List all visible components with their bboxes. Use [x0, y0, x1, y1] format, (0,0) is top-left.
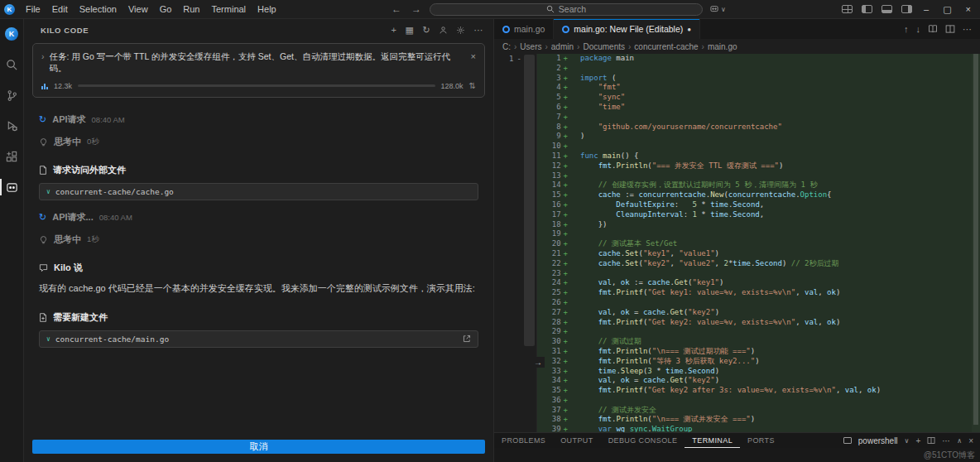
menu-item-edit[interactable]: Edit: [46, 0, 74, 18]
timeline-thinking[interactable]: 思考中0秒: [39, 136, 478, 148]
diff-added-marker: +: [564, 327, 568, 337]
panel-tab-terminal[interactable]: TERMINAL: [685, 433, 740, 448]
diff-added-marker: +: [564, 406, 568, 416]
forward-icon[interactable]: →: [410, 3, 423, 15]
chevron-down-icon[interactable]: ∨: [905, 437, 910, 445]
code-line: 22+ cache.Set("key2", "value2", 2*time.S…: [537, 259, 980, 269]
chevron-right-icon: ›: [545, 42, 547, 51]
panel-tab-ports[interactable]: PORTS: [740, 433, 782, 448]
line-number: 11+: [537, 152, 575, 161]
marketplace-icon[interactable]: ▦: [406, 25, 415, 36]
maximize-icon[interactable]: ▢: [940, 4, 954, 15]
diff-added-marker: +: [564, 259, 568, 269]
panel-more-icon[interactable]: ⋯: [942, 436, 950, 445]
prev-change-icon[interactable]: ↑: [904, 24, 909, 34]
menu-item-terminal[interactable]: Terminal: [206, 0, 252, 18]
breadcrumb-item[interactable]: concurrent-cache: [634, 42, 698, 51]
minimap-slider[interactable]: [524, 55, 535, 346]
close-icon[interactable]: ×: [963, 4, 973, 14]
code-line: 4+ "fmt": [537, 83, 980, 93]
menu-item-run[interactable]: Run: [177, 0, 205, 18]
more-actions-icon[interactable]: ⋯: [963, 24, 972, 35]
diff-added-marker: +: [564, 220, 568, 230]
menu-item-help[interactable]: Help: [252, 0, 282, 18]
shell-label[interactable]: powershell: [858, 436, 898, 445]
close-panel-icon[interactable]: ×: [968, 436, 973, 445]
watermark: @51CTO博客: [924, 450, 975, 461]
code-text: fmt.Println("=== 并发安全 TTL 缓存测试 ==="): [575, 161, 783, 171]
activity-kilo-code[interactable]: [0, 178, 23, 196]
maximize-panel-icon[interactable]: ∧: [957, 437, 962, 445]
code-line: 28+ fmt.Printf("Get key2: value=%v, exis…: [537, 318, 980, 328]
timeline-thinking[interactable]: 思考中1秒: [39, 233, 478, 246]
breadcrumb-item[interactable]: Users: [520, 42, 541, 51]
context-progress-bar[interactable]: [78, 84, 435, 87]
split-terminal-icon[interactable]: [927, 436, 935, 445]
command-search-box[interactable]: Search: [430, 3, 703, 16]
line-number: 20+: [537, 239, 575, 249]
editor-tab[interactable]: main.go: [494, 19, 554, 39]
activity-search[interactable]: [0, 55, 23, 74]
new-terminal-icon[interactable]: +: [915, 436, 920, 445]
diff-next-change-icon[interactable]: →: [531, 357, 545, 368]
code-text: val, ok = cache.Get("key2"): [575, 308, 719, 318]
code-text: package main: [575, 54, 634, 64]
toggle-panel-icon[interactable]: [882, 5, 892, 13]
task-card[interactable]: › 任务: 用 Go 写一个带 TTL 的并发安全缓存组件，支持 Set、Get…: [32, 43, 485, 98]
open-preview-icon[interactable]: [928, 24, 938, 34]
menu-item-view[interactable]: View: [122, 0, 154, 18]
code-line: 27+ val, ok = cache.Get("key2"): [537, 308, 980, 318]
back-icon[interactable]: ←: [390, 3, 403, 15]
profile-icon[interactable]: [439, 26, 448, 35]
activity-source-control[interactable]: [0, 86, 23, 104]
breadcrumb-item[interactable]: admin: [551, 42, 574, 51]
timeline-api-request[interactable]: ↻API请求08:40 AM: [39, 113, 478, 126]
copilot-menu-icon[interactable]: ∨: [709, 4, 726, 14]
line-number: 27+: [537, 308, 575, 318]
scrollbar-thumb[interactable]: [973, 54, 978, 425]
file-path-box[interactable]: ∨concurrent-cache/cache.go: [39, 183, 478, 200]
customize-layout-icon[interactable]: [842, 5, 853, 13]
toggle-secondary-sidebar-icon[interactable]: [901, 5, 912, 13]
breadcrumb-item[interactable]: Documents: [583, 42, 625, 51]
chevron-right-icon[interactable]: ›: [41, 51, 45, 74]
kilo-code-icon: [6, 181, 18, 194]
editor-tab[interactable]: main.go: New File (Editable)●: [554, 19, 700, 39]
cancel-button[interactable]: 取消: [32, 440, 485, 454]
breadcrumb-item[interactable]: C:: [502, 42, 511, 51]
next-change-icon[interactable]: ↓: [916, 24, 921, 34]
task-close-icon[interactable]: ×: [471, 51, 476, 74]
split-editor-icon[interactable]: [945, 24, 955, 34]
file-path-box[interactable]: ∨concurrent-cache/main.go: [39, 330, 478, 348]
panel-tab-problems[interactable]: PROBLEMS: [494, 433, 553, 448]
file-path: concurrent-cache/cache.go: [55, 187, 174, 196]
menu-item-file[interactable]: File: [20, 0, 46, 18]
settings-icon[interactable]: [456, 26, 465, 35]
panel-tab-debug-console[interactable]: DEBUG CONSOLE: [601, 433, 685, 448]
thinking-label: 思考中: [54, 136, 81, 148]
panel-tab-output[interactable]: OUTPUT: [553, 433, 600, 448]
timeline-api-request[interactable]: ↻API请求...08:40 AM: [39, 211, 478, 224]
diff-added-marker: +: [564, 396, 568, 406]
diff-added-marker: +: [564, 308, 568, 318]
breadcrumb-item[interactable]: main.go: [708, 42, 737, 51]
code-line: 12+ fmt.Println("=== 并发安全 TTL 缓存测试 ==="): [537, 161, 980, 171]
toggle-sidebar-icon[interactable]: [862, 5, 872, 13]
activity-extensions[interactable]: [0, 147, 23, 166]
more-actions-icon[interactable]: ⋯: [473, 25, 483, 36]
diff-added-marker: +: [564, 288, 568, 298]
external-link-icon[interactable]: [463, 334, 471, 343]
menu-item-selection[interactable]: Selection: [74, 0, 122, 18]
code-line: 38+ fmt.Println("\n=== 测试并发安全 ==="): [537, 415, 980, 425]
code-line: 17+ CleanupInterval: 1 * time.Second,: [537, 210, 980, 220]
diff-modified-pane[interactable]: 1+package main2+3+import (4+ "fmt"5+ "sy…: [537, 54, 980, 432]
new-task-icon[interactable]: +: [392, 25, 397, 35]
minimize-icon[interactable]: –: [921, 4, 931, 14]
line-number: 12+: [537, 161, 575, 171]
activity-run-debug[interactable]: [0, 117, 23, 135]
diff-original-pane[interactable]: 1 -: [494, 54, 537, 432]
history-icon[interactable]: ↻: [423, 25, 431, 36]
editor-scrollbar[interactable]: [972, 54, 980, 432]
activity-kilo-logo[interactable]: K: [0, 25, 23, 43]
menu-item-go[interactable]: Go: [154, 0, 178, 18]
